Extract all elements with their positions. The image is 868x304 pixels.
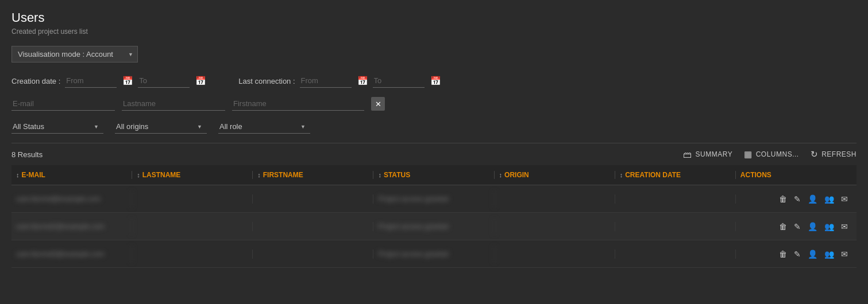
cell-status-3: Project access granted — [373, 245, 494, 263]
cell-firstname-3 — [253, 250, 373, 259]
edit-button-2[interactable]: ✎ — [792, 221, 803, 232]
role-select-wrapper: All role Admin User — [218, 120, 310, 134]
creation-date-from-calendar-icon[interactable]: 📅 — [122, 76, 133, 86]
edit-button-1[interactable]: ✎ — [792, 193, 803, 205]
sort-creation-icon: ↕ — [620, 172, 623, 178]
creation-date-from[interactable] — [65, 74, 117, 88]
col-email-label: E-mail — [22, 171, 45, 179]
sort-email-icon: ↕ — [16, 172, 20, 178]
columns-label: COLUMNS... — [756, 150, 799, 158]
user-button-1[interactable]: 👤 — [806, 193, 819, 205]
col-email[interactable]: ↕ E-mail — [11, 171, 132, 179]
firstname-input[interactable] — [232, 97, 364, 111]
vis-mode-select-wrapper: Visualisation mode : Account Visualisati… — [11, 46, 138, 63]
col-status[interactable]: ↕ Status — [373, 171, 494, 179]
col-origin[interactable]: ↕ Origin — [495, 171, 615, 179]
table-row: user.blurred3@example.com Project access… — [11, 240, 857, 268]
col-lastname[interactable]: ↕ Lastname — [132, 171, 253, 179]
refresh-label: REFRESH — [821, 150, 857, 158]
user-button-3[interactable]: 👤 — [806, 248, 819, 260]
columns-button[interactable]: ▦ COLUMNS... — [744, 149, 799, 159]
cell-status-1: Project access granted — [373, 190, 494, 208]
cell-creation-2 — [615, 222, 736, 231]
cell-firstname-2 — [253, 222, 373, 231]
col-status-label: Status — [384, 171, 410, 179]
refresh-icon: ↻ — [811, 149, 819, 159]
clear-button[interactable]: ✕ — [371, 97, 385, 111]
table-wrapper: ↕ E-mail ↕ Lastname ↕ Firstname ↕ Status… — [11, 165, 857, 268]
users-button-3[interactable]: 👥 — [823, 248, 836, 260]
last-connection-to[interactable] — [373, 74, 425, 88]
sort-status-icon: ↕ — [378, 172, 381, 178]
lastname-input[interactable] — [122, 97, 225, 111]
cell-creation-3 — [615, 250, 736, 259]
col-firstname[interactable]: ↕ Firstname — [253, 171, 373, 179]
col-creation-date[interactable]: ↕ Creation date — [615, 171, 736, 179]
last-connection-from[interactable] — [300, 74, 352, 88]
cell-lastname-3 — [132, 250, 253, 259]
page-subtitle: Created project users list — [11, 28, 857, 36]
last-connection-to-calendar-icon[interactable]: 📅 — [430, 76, 441, 86]
mail-button-1[interactable]: ✉ — [839, 193, 850, 205]
col-creation-date-label: Creation date — [625, 171, 681, 179]
page-title: Users — [11, 10, 857, 25]
table-header: ↕ E-mail ↕ Lastname ↕ Firstname ↕ Status… — [11, 165, 857, 185]
sort-lastname-icon: ↕ — [137, 172, 140, 178]
col-lastname-label: Lastname — [142, 171, 181, 179]
sort-origin-icon: ↕ — [499, 172, 503, 178]
col-actions: Actions — [736, 171, 857, 179]
summary-label: SUMMARY — [696, 150, 733, 158]
col-firstname-label: Firstname — [263, 171, 303, 179]
delete-button-1[interactable]: 🗑 — [777, 193, 789, 205]
last-connection-label: Last connection : — [238, 77, 295, 85]
columns-icon: ▦ — [744, 149, 753, 159]
edit-button-3[interactable]: ✎ — [792, 248, 803, 260]
text-filters-row: ✕ — [11, 97, 857, 111]
origins-select[interactable]: All origins Manual LDAP — [115, 120, 207, 134]
cell-actions-2: 🗑 ✎ 👤 👥 ✉ — [736, 216, 857, 237]
origins-select-wrapper: All origins Manual LDAP — [115, 120, 207, 134]
cell-origin-1 — [495, 194, 615, 204]
users-button-1[interactable]: 👥 — [823, 193, 836, 205]
refresh-button[interactable]: ↻ REFRESH — [811, 149, 857, 159]
date-filters-row: Creation date : 📅 📅 Last connection : 📅 … — [11, 74, 857, 88]
page-container: Users Created project users list Visuali… — [0, 0, 868, 278]
table-row: user.blurred@example.com Project access … — [11, 185, 857, 213]
creation-date-label: Creation date : — [11, 77, 60, 85]
users-button-2[interactable]: 👥 — [823, 221, 836, 232]
last-connection-from-calendar-icon[interactable]: 📅 — [357, 76, 368, 86]
cell-creation-1 — [615, 194, 736, 204]
table-row: user.blurred2@example.com Project access… — [11, 213, 857, 240]
clear-icon: ✕ — [375, 100, 381, 108]
cell-actions-1: 🗑 ✎ 👤 👥 ✉ — [736, 189, 857, 209]
email-input[interactable] — [11, 97, 115, 111]
col-actions-label: Actions — [740, 171, 771, 179]
col-origin-label: Origin — [504, 171, 529, 179]
summary-icon: 🗃 — [683, 150, 692, 159]
role-select[interactable]: All role Admin User — [218, 120, 310, 134]
results-count: 8 Results — [11, 150, 43, 159]
creation-date-to[interactable] — [138, 74, 190, 88]
sort-firstname-icon: ↕ — [257, 172, 261, 178]
summary-button[interactable]: 🗃 SUMMARY — [683, 150, 732, 159]
user-button-2[interactable]: 👤 — [806, 221, 819, 232]
status-select[interactable]: All Status Active Inactive — [11, 120, 103, 134]
vis-mode-row: Visualisation mode : Account Visualisati… — [11, 46, 857, 63]
vis-mode-select[interactable]: Visualisation mode : Account Visualisati… — [11, 46, 138, 63]
cell-lastname-1 — [132, 194, 253, 204]
cell-origin-2 — [495, 222, 615, 231]
delete-button-2[interactable]: 🗑 — [777, 221, 789, 232]
cell-lastname-2 — [132, 222, 253, 231]
results-actions: 🗃 SUMMARY ▦ COLUMNS... ↻ REFRESH — [683, 149, 857, 159]
cell-origin-3 — [495, 250, 615, 259]
mail-button-2[interactable]: ✉ — [839, 221, 850, 232]
creation-date-to-calendar-icon[interactable]: 📅 — [195, 76, 206, 86]
cell-email-2: user.blurred2@example.com — [11, 218, 132, 235]
dropdown-filters-row: All Status Active Inactive All origins M… — [11, 120, 857, 134]
cell-firstname-1 — [253, 194, 373, 204]
mail-button-3[interactable]: ✉ — [839, 248, 850, 260]
status-select-wrapper: All Status Active Inactive — [11, 120, 103, 134]
delete-button-3[interactable]: 🗑 — [777, 248, 789, 260]
cell-email-3: user.blurred3@example.com — [11, 245, 132, 263]
cell-email-1: user.blurred@example.com — [11, 190, 132, 208]
